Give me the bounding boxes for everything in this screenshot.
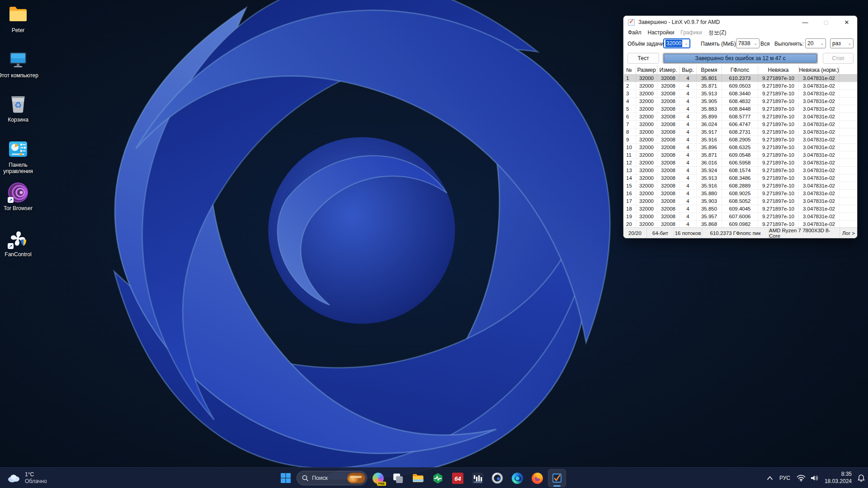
table-cell-filler bbox=[840, 113, 858, 120]
table-cell: 35.871 bbox=[697, 151, 722, 159]
edge-button[interactable] bbox=[508, 469, 526, 487]
table-row[interactable]: 53200032008435.883608.84489.271897e-103.… bbox=[624, 105, 858, 113]
table-row[interactable]: 73200032008436.024606.47479.271897e-103.… bbox=[624, 121, 858, 128]
column-header[interactable]: Невязка bbox=[758, 66, 799, 74]
minimize-button[interactable]: — bbox=[795, 16, 816, 28]
table-row[interactable]: 13200032008435.801610.23739.271897e-103.… bbox=[624, 75, 858, 82]
table-cell: 606.5958 bbox=[722, 159, 758, 166]
desktop-icon-peter[interactable]: Peter bbox=[0, 4, 40, 33]
linx-taskbar-button[interactable] bbox=[548, 469, 566, 487]
search-bing-image[interactable] bbox=[347, 473, 365, 483]
column-header[interactable]: Измер. bbox=[657, 66, 679, 74]
run-count-combobox[interactable]: 20 ⌄ bbox=[805, 38, 826, 48]
close-button[interactable]: ✕ bbox=[836, 16, 857, 28]
hardware-monitor-button[interactable] bbox=[429, 469, 447, 487]
table-row[interactable]: 43200032008435.905608.48329.271897e-103.… bbox=[624, 98, 858, 105]
table-cell: 16 bbox=[624, 190, 636, 197]
tray-time: 8:35 bbox=[825, 471, 852, 478]
firefox-icon bbox=[532, 473, 543, 484]
volume-icon[interactable] bbox=[810, 474, 819, 482]
table-row[interactable]: 93200032008435.916608.29059.271897e-103.… bbox=[624, 136, 858, 144]
search-box[interactable]: Поиск bbox=[297, 471, 367, 485]
control-panel-icon bbox=[7, 138, 29, 160]
tor-browser-icon: ↗ bbox=[7, 182, 29, 203]
benchmark-bars-button[interactable] bbox=[468, 469, 486, 487]
column-header[interactable]: Невязка (норм.) bbox=[799, 66, 840, 74]
table-cell: 32008 bbox=[657, 121, 679, 128]
status-run-count: 20/20 bbox=[623, 228, 647, 238]
run-unit-combobox[interactable]: раз ⌄ bbox=[830, 38, 854, 48]
task-view-button[interactable] bbox=[389, 469, 407, 487]
aida64-button[interactable]: 64 bbox=[448, 469, 467, 487]
table-cell: 4 bbox=[679, 197, 697, 205]
table-cell: 7 bbox=[624, 121, 636, 128]
tray-chevron-up-icon[interactable] bbox=[767, 476, 773, 480]
firefox-button[interactable] bbox=[528, 469, 546, 487]
table-cell-filler bbox=[840, 105, 858, 113]
column-header[interactable]: Выр. bbox=[679, 66, 697, 74]
desktop-icon-recycle-bin[interactable]: ♻ Корзина bbox=[0, 93, 40, 123]
table-cell: 32000 bbox=[636, 182, 657, 189]
wifi-icon[interactable] bbox=[797, 474, 806, 482]
desktop-icon-this-pc[interactable]: Этот компьютер bbox=[0, 49, 40, 79]
linx-titlebar[interactable]: Завершено - LinX v0.9.7 for AMD — ▢ ✕ bbox=[623, 16, 857, 28]
table-cell: 4 bbox=[679, 174, 697, 182]
table-row[interactable]: 163200032008435.880608.90259.271897e-103… bbox=[624, 190, 858, 197]
table-row[interactable]: 183200032008435.850609.40459.271897e-103… bbox=[624, 205, 858, 213]
table-cell: 4 bbox=[679, 121, 697, 128]
table-cell: 32000 bbox=[636, 113, 657, 120]
weather-widget[interactable]: 1°C Облачно bbox=[5, 470, 50, 486]
copilot-button[interactable]: PRE bbox=[369, 469, 387, 487]
column-header[interactable]: Время bbox=[697, 66, 722, 74]
table-row[interactable]: 103200032008435.896608.63259.271897e-103… bbox=[624, 144, 858, 151]
status-log-link[interactable]: Лог > bbox=[840, 228, 857, 238]
maximize-button[interactable]: ▢ bbox=[816, 16, 836, 28]
file-explorer-button[interactable] bbox=[409, 469, 427, 487]
menu-settings[interactable]: Настройки bbox=[645, 29, 678, 36]
table-cell: 3.047831e-02 bbox=[799, 205, 840, 212]
table-row[interactable]: 113200032008435.871609.05489.271897e-103… bbox=[624, 151, 858, 159]
table-cell: 19 bbox=[624, 213, 636, 220]
notification-bell-icon[interactable] bbox=[857, 474, 865, 482]
table-cell: 608.2905 bbox=[722, 136, 758, 143]
shortcut-arrow-icon: ↗ bbox=[8, 243, 14, 249]
table-cell: 9.271897e-10 bbox=[758, 144, 799, 151]
test-button[interactable]: Тест bbox=[627, 53, 659, 64]
memory-combobox[interactable]: 7838 ⌄ bbox=[736, 38, 760, 48]
cinebench-button[interactable] bbox=[488, 469, 506, 487]
table-row[interactable]: 123200032008436.016606.59589.271897e-103… bbox=[624, 159, 858, 167]
menu-info[interactable]: 정보(Z) bbox=[705, 29, 729, 37]
table-row[interactable]: 193200032008435.957607.60069.271897e-103… bbox=[624, 213, 858, 221]
menu-graphs[interactable]: Графики bbox=[677, 29, 705, 36]
table-row[interactable]: 63200032008435.899608.57779.271897e-103.… bbox=[624, 113, 858, 121]
table-row[interactable]: 153200032008435.916608.28899.271897e-103… bbox=[624, 182, 858, 190]
language-indicator[interactable]: РУС bbox=[778, 475, 792, 481]
menu-file[interactable]: Файл bbox=[625, 29, 645, 36]
table-cell: 608.2731 bbox=[722, 128, 758, 136]
table-row[interactable]: 83200032008435.917608.27319.271897e-103.… bbox=[624, 128, 858, 136]
table-row[interactable]: 23200032008435.871609.05039.271897e-103.… bbox=[624, 82, 858, 90]
desktop-icon-tor-browser[interactable]: ↗ Tor Browser bbox=[0, 182, 40, 211]
column-header[interactable]: Размер bbox=[636, 66, 657, 74]
table-row[interactable]: 173200032008435.903608.50529.271897e-103… bbox=[624, 197, 858, 205]
column-header[interactable]: № bbox=[624, 66, 636, 74]
tray-date: 18.03.2024 bbox=[825, 478, 852, 485]
table-row[interactable]: 33200032008435.913608.34409.271897e-103.… bbox=[624, 90, 858, 98]
table-cell: 35.880 bbox=[697, 190, 722, 197]
stop-button[interactable]: Стоп bbox=[823, 53, 854, 64]
table-row[interactable]: 143200032008435.913608.34869.271897e-103… bbox=[624, 174, 858, 182]
table-cell: 4 bbox=[679, 75, 697, 82]
table-cell: 608.1574 bbox=[722, 167, 758, 174]
this-pc-icon bbox=[7, 49, 29, 70]
desktop-icon-control-panel[interactable]: Панель управления bbox=[0, 138, 40, 175]
all-memory-label[interactable]: Вся bbox=[760, 41, 770, 47]
desktop-icon-fancontrol[interactable]: ↗ FanControl bbox=[0, 228, 40, 258]
column-header[interactable]: ГФлопс bbox=[722, 66, 758, 74]
start-button[interactable] bbox=[277, 469, 295, 487]
table-cell: 9.271897e-10 bbox=[758, 90, 799, 97]
table-row[interactable]: 133200032008435.924608.15749.271897e-103… bbox=[624, 167, 858, 174]
clock[interactable]: 8:35 18.03.2024 bbox=[824, 471, 853, 485]
task-size-combobox[interactable]: 32000 ⌄ bbox=[663, 38, 690, 48]
table-cell: 18 bbox=[624, 205, 636, 212]
table-cell: 32000 bbox=[636, 90, 657, 97]
